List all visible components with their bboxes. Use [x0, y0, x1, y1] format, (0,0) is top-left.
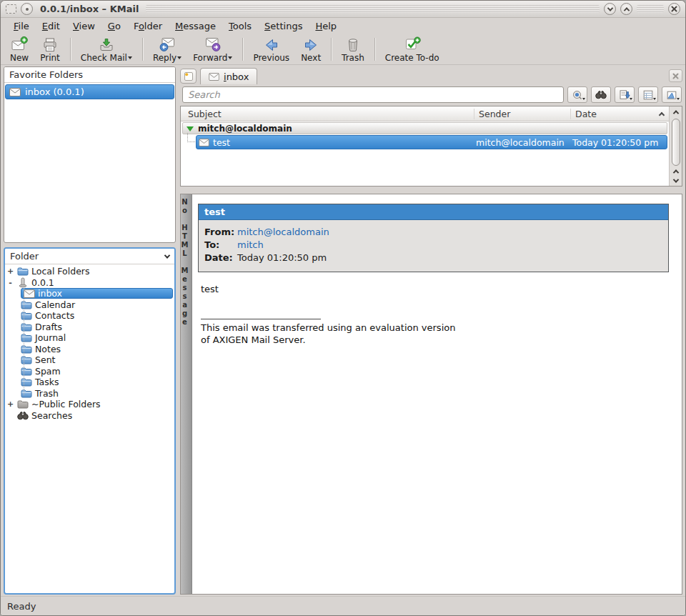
mail-body: test This email was transferred using an…	[198, 284, 669, 346]
status-text: Ready	[7, 601, 36, 612]
open-search-button[interactable]	[591, 86, 611, 103]
theme-button[interactable]	[662, 86, 682, 103]
chevron-up-icon	[623, 7, 629, 13]
sort-icon	[619, 89, 630, 101]
message-group-header[interactable]: mitch@localdomain	[182, 122, 667, 134]
date-row: Date: Today 01:20:50 pm	[204, 252, 662, 264]
favorite-item-inbox[interactable]: inbox (0.0.1)	[5, 84, 174, 99]
folder-item-trash[interactable]: Trash	[6, 388, 173, 399]
scrollbar-thumb[interactable]	[672, 119, 680, 166]
to-row: To: mitch	[204, 239, 662, 252]
column-header-subject[interactable]: Subject	[181, 109, 474, 119]
menu-view[interactable]: View	[67, 19, 101, 33]
window-menu-button[interactable]	[21, 3, 33, 15]
scroll-down-button[interactable]	[670, 176, 682, 186]
menu-folder[interactable]: Folder	[128, 19, 168, 33]
close-tab-button[interactable]	[669, 69, 682, 82]
sort-indicator[interactable]	[655, 111, 669, 117]
splitter-list-preview[interactable]	[180, 187, 682, 194]
favorite-folders-header: Favorite Folders	[4, 67, 175, 83]
minimize-button[interactable]	[604, 3, 616, 15]
vertical-scrollbar[interactable]	[669, 106, 682, 186]
folder-item-public-folders[interactable]: + ~Public Folders	[6, 399, 173, 410]
mail-folder-icon	[209, 73, 219, 81]
arrow-left-icon	[264, 36, 279, 53]
forward-button[interactable]: Forward	[188, 35, 237, 64]
status-filter-button[interactable]	[567, 86, 587, 103]
new-tab-button[interactable]	[180, 69, 197, 84]
chevron-down-icon	[164, 252, 170, 258]
check-mail-button[interactable]: Check Mail	[76, 35, 137, 64]
folder-item-account[interactable]: - 0.0.1	[6, 277, 173, 289]
search-input[interactable]	[182, 86, 564, 103]
menu-settings[interactable]: Settings	[259, 19, 308, 33]
mail-date-value: Today 01:20:50 pm	[237, 252, 327, 264]
tab-bar: inbox	[180, 66, 682, 84]
message-row[interactable]: test mitch@localdomain Today 01:20:50 pm	[182, 135, 667, 149]
print-button[interactable]: Print	[35, 35, 65, 64]
sort-order-button[interactable]	[615, 86, 635, 103]
previous-button[interactable]: Previous	[248, 35, 294, 64]
aggregation-button[interactable]	[638, 86, 658, 103]
menu-message[interactable]: Message	[169, 19, 222, 33]
dropdown-arrow-icon	[630, 98, 632, 101]
binoculars-icon	[595, 90, 607, 99]
app-icon	[6, 4, 16, 14]
new-mail-button[interactable]: New	[5, 35, 34, 64]
to-address-link[interactable]: mitch	[237, 239, 264, 252]
dropdown-arrow-icon	[677, 98, 680, 101]
maximize-button[interactable]	[620, 3, 632, 15]
folder-item-sent[interactable]: Sent	[6, 354, 173, 366]
scroll-up-button-2[interactable]	[670, 167, 682, 176]
favorite-folders-panel: Favorite Folders inbox (0.0.1)	[4, 66, 176, 243]
folder-icon	[21, 367, 32, 376]
menu-file[interactable]: File	[8, 19, 35, 33]
html-status-bar[interactable]: No HTML Message	[181, 194, 192, 594]
folder-item-calendar[interactable]: Calendar	[6, 299, 173, 311]
column-header-sender[interactable]: Sender	[474, 109, 570, 119]
folder-item-searches[interactable]: Searches	[6, 410, 173, 422]
mail-new-icon	[11, 36, 28, 53]
folder-item-inbox[interactable]: inbox	[6, 288, 173, 299]
create-todo-button[interactable]: Create To-do	[380, 35, 444, 64]
note-icon	[184, 71, 194, 81]
menu-help[interactable]: Help	[309, 19, 342, 33]
menu-go[interactable]: Go	[102, 19, 126, 33]
folder-icon	[21, 322, 32, 332]
chevron-up-icon	[672, 169, 678, 175]
expand-icon[interactable]: +	[6, 399, 14, 409]
from-address-link[interactable]: mitch@localdomain	[237, 226, 329, 239]
next-button[interactable]: Next	[296, 35, 326, 64]
menu-edit[interactable]: Edit	[36, 19, 66, 33]
menu-tools[interactable]: Tools	[223, 19, 257, 33]
close-icon	[672, 73, 679, 79]
lens-icon	[572, 89, 583, 101]
folder-item-notes[interactable]: Notes	[6, 344, 173, 355]
folder-item-contacts[interactable]: Contacts	[6, 310, 173, 322]
folder-panel-header[interactable]: Folder	[5, 249, 174, 264]
server-icon	[17, 277, 29, 288]
folder-icon	[21, 389, 32, 398]
folder-item-spam[interactable]: Spam	[6, 366, 173, 377]
folder-gray-icon	[17, 399, 29, 409]
reply-button[interactable]: Reply	[148, 35, 187, 64]
signature-line: This email was transferred using an eval…	[201, 322, 669, 334]
title-bar[interactable]: 0.0.1/inbox – KMail	[1, 1, 685, 18]
trash-button[interactable]: Trash	[337, 35, 369, 64]
folder-item-journal[interactable]: Journal	[6, 332, 173, 344]
scroll-up-button[interactable]	[670, 106, 682, 117]
mail-header-fields: From: mitch@localdomain To: mitch Date: …	[199, 220, 668, 272]
folder-item-local-folders[interactable]: + Local Folders	[6, 266, 173, 277]
folder-item-drafts[interactable]: Drafts	[6, 322, 173, 333]
expand-icon[interactable]: +	[6, 267, 14, 276]
collapse-icon[interactable]: -	[6, 278, 14, 287]
check-mail-icon	[99, 36, 114, 53]
toolbar-separator	[374, 38, 375, 61]
close-button[interactable]	[668, 3, 680, 15]
tab-inbox[interactable]: inbox	[200, 68, 257, 84]
column-header-date[interactable]: Date	[570, 109, 655, 119]
kmail-window: 0.0.1/inbox – KMail File Edit View Go Fo…	[0, 0, 686, 616]
folder-item-tasks[interactable]: Tasks	[6, 377, 173, 388]
todo-icon	[404, 36, 421, 53]
chevron-up-icon	[672, 110, 678, 116]
